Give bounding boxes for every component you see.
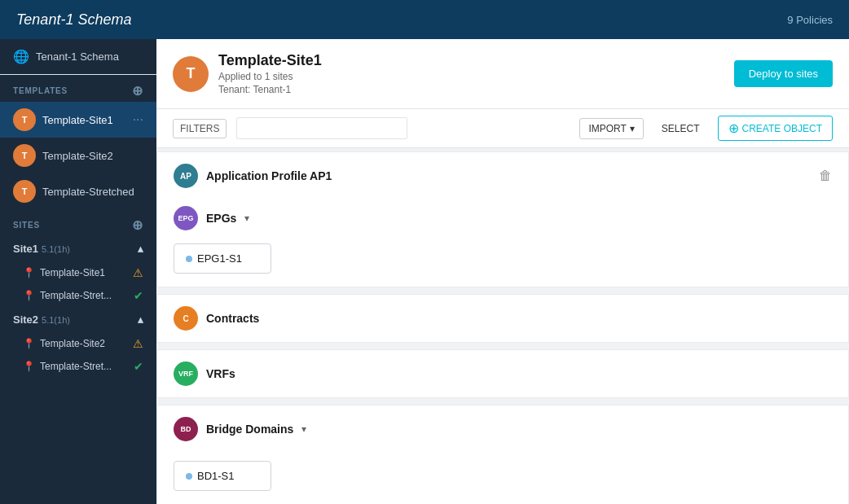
- vrfs-section: VRF VRFs: [156, 349, 849, 398]
- epg-label-epg1-s1: EPG1-S1: [197, 252, 242, 265]
- template-avatar-1: T: [13, 108, 36, 131]
- template-info: Template-Site1 Applied to 1 sites Tenant…: [218, 52, 322, 95]
- vrfs-title: VRFs: [206, 367, 235, 380]
- app-profile-section: AP Application Profile AP1 🗑 EPG EPGs ▾ …: [156, 151, 849, 287]
- delete-app-profile-icon[interactable]: 🗑: [819, 169, 832, 183]
- site2-sub-template-stret[interactable]: 📍 Template-Stret... ✔: [0, 355, 156, 378]
- pin-icon-3: 📍: [23, 338, 35, 349]
- epgs-content: EPG1-S1: [174, 237, 832, 274]
- toolbar: FILTERS IMPORT ▾ SELECT ⊕ CREATE OBJECT: [156, 109, 849, 148]
- bridge-domains-section: BD Bridge Domains ▾ BD1-S1: [156, 405, 849, 504]
- contracts-title: Contracts: [206, 312, 259, 325]
- bridge-domains-header[interactable]: BD Bridge Domains ▾: [157, 405, 848, 453]
- site2-chevron-up: ▴: [138, 313, 143, 326]
- site2-version: 5.1(1h): [42, 315, 70, 325]
- site2-sub2-label: Template-Stret...: [40, 361, 112, 372]
- app-profile-icon: AP: [174, 164, 198, 188]
- filters-input[interactable]: [236, 117, 407, 139]
- template-avatar-3: T: [13, 180, 36, 203]
- sites-section-label: SITES ⊕: [0, 209, 156, 236]
- sidebar-tenant-label: Tenant-1 Schema: [36, 50, 119, 63]
- template-header-card: T Template-Site1 Applied to 1 sites Tena…: [156, 39, 849, 109]
- site1-name: Site1: [13, 243, 38, 255]
- filters-label: FILTERS: [173, 119, 227, 138]
- epgs-chevron-icon: ▾: [244, 213, 249, 224]
- sidebar: 🌐 Tenant-1 Schema TEMPLATES ⊕ T Template…: [0, 39, 156, 504]
- template-tenant: Tenant: Tenant-1: [218, 84, 322, 95]
- content-area: T Template-Site1 Applied to 1 sites Tena…: [156, 39, 849, 504]
- contracts-header[interactable]: C Contracts: [157, 295, 848, 342]
- site2-sub1-status: ⚠: [133, 337, 143, 350]
- app-profile-title: Application Profile AP1: [206, 169, 332, 182]
- epgs-title: EPGs: [206, 212, 236, 225]
- create-object-button[interactable]: ⊕ CREATE OBJECT: [718, 116, 833, 141]
- pin-icon-2: 📍: [23, 290, 35, 301]
- sidebar-tenant-item[interactable]: 🌐 Tenant-1 Schema: [0, 39, 156, 74]
- contracts-icon: C: [174, 306, 198, 331]
- site2-sub2-status: ✔: [134, 360, 143, 373]
- epg-dot-icon: [186, 256, 192, 262]
- bd-card-bd1-s1[interactable]: BD1-S1: [174, 461, 271, 491]
- bd-dot-icon: [186, 473, 192, 480]
- bridge-domains-icon: BD: [174, 417, 198, 441]
- site1-sub-template-site1[interactable]: 📍 Template-Site1 ⚠: [0, 261, 156, 284]
- import-button[interactable]: IMPORT ▾: [579, 118, 643, 139]
- site2-header[interactable]: Site2 5.1(1h) ▴: [0, 307, 156, 332]
- bridge-domains-chevron-icon: ▾: [301, 423, 306, 435]
- app-profile-header[interactable]: AP Application Profile AP1 🗑: [157, 152, 848, 199]
- site2-name: Site2: [13, 313, 38, 326]
- site1-sub1-label: Template-Site1: [40, 267, 105, 278]
- globe-icon: 🌐: [13, 49, 29, 64]
- bd-label-bd1-s1: BD1-S1: [197, 470, 235, 482]
- pin-icon-4: 📍: [23, 361, 35, 372]
- pin-icon-1: 📍: [23, 267, 35, 278]
- template-site2-label: Template-Site2: [42, 150, 113, 162]
- template-main-avatar: T: [173, 56, 209, 92]
- template-avatar-2: T: [13, 144, 36, 167]
- create-plus-icon: ⊕: [728, 121, 739, 136]
- epgs-subsection: EPG EPGs ▾ EPG1-S1: [157, 199, 848, 287]
- deploy-to-sites-button[interactable]: Deploy to sites: [734, 60, 833, 87]
- sidebar-item-template-stretched[interactable]: T Template-Stretched: [0, 173, 156, 209]
- template-header-left: T Template-Site1 Applied to 1 sites Tena…: [173, 52, 322, 95]
- add-site-icon[interactable]: ⊕: [132, 217, 143, 233]
- site1-sub-template-stret[interactable]: 📍 Template-Stret... ✔: [0, 284, 156, 307]
- sidebar-item-template-site2[interactable]: T Template-Site2: [0, 138, 156, 173]
- epg-card-epg1-s1[interactable]: EPG1-S1: [174, 243, 271, 274]
- template-site1-menu[interactable]: ···: [133, 112, 143, 127]
- template-applied: Applied to 1 sites: [218, 71, 322, 82]
- site1-chevron-up: ▴: [138, 243, 143, 255]
- site1-sub1-status: ⚠: [133, 266, 143, 279]
- add-template-icon[interactable]: ⊕: [132, 83, 143, 99]
- select-button[interactable]: SELECT: [653, 119, 708, 138]
- epgs-icon: EPG: [174, 206, 198, 230]
- site2-sub1-label: Template-Site2: [40, 338, 105, 349]
- sidebar-item-template-site1[interactable]: T Template-Site1 ···: [0, 102, 156, 138]
- template-site1-label: Template-Site1: [42, 114, 113, 126]
- template-stretched-label: Template-Stretched: [42, 186, 134, 198]
- template-name: Template-Site1: [218, 52, 322, 69]
- site1-header[interactable]: Site1 5.1(1h) ▴: [0, 236, 156, 261]
- vrfs-header[interactable]: VRF VRFs: [157, 350, 848, 397]
- site1-sub2-label: Template-Stret...: [40, 290, 112, 301]
- site1-version: 5.1(1h): [42, 244, 70, 254]
- site1-sub2-status: ✔: [134, 289, 143, 302]
- bridge-domains-content: BD1-S1: [157, 453, 848, 504]
- app-header: Tenant-1 Schema 9 Policies: [0, 0, 849, 39]
- site2-sub-template-site2[interactable]: 📍 Template-Site2 ⚠: [0, 332, 156, 355]
- bridge-domains-title: Bridge Domains: [206, 423, 293, 436]
- main-layout: 🌐 Tenant-1 Schema TEMPLATES ⊕ T Template…: [0, 39, 849, 504]
- vrfs-icon: VRF: [174, 362, 198, 386]
- contracts-section: C Contracts: [156, 294, 849, 343]
- epgs-header[interactable]: EPG EPGs ▾: [174, 199, 832, 237]
- app-title: Tenant-1 Schema: [16, 11, 131, 28]
- import-chevron-icon: ▾: [630, 123, 635, 134]
- policies-count: 9 Policies: [787, 14, 833, 26]
- templates-section-label: TEMPLATES ⊕: [0, 75, 156, 102]
